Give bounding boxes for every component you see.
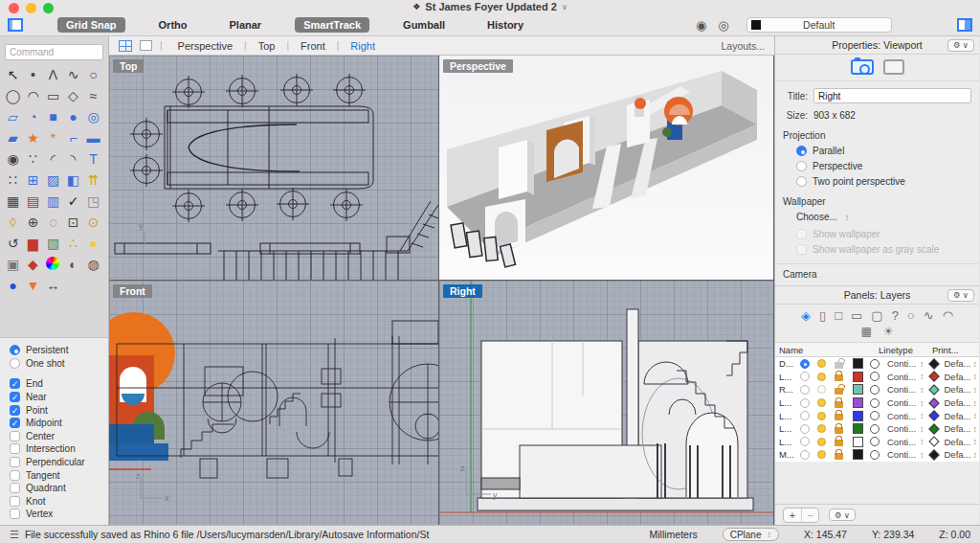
layer-print-width[interactable]: Defa... [945, 358, 973, 369]
checkbox-icon[interactable] [10, 457, 20, 467]
display-icon[interactable]: ▢ [871, 308, 882, 323]
current-layer-radio[interactable] [800, 359, 810, 369]
viewport-right[interactable]: zy Right [439, 281, 773, 525]
cplane-dropdown[interactable]: CPlane ↕ [723, 528, 779, 541]
current-layer-radio[interactable] [800, 437, 810, 446]
layer-print-color-icon[interactable] [928, 358, 939, 369]
layer-visibility-bulb-icon[interactable] [817, 373, 826, 381]
slab-icon[interactable]: ▬ [84, 128, 102, 147]
layer-material-icon[interactable] [870, 398, 880, 408]
layer-name[interactable]: L... [779, 411, 800, 421]
layer-color-swatch[interactable] [853, 372, 863, 382]
dimension-icon[interactable]: ↔ [44, 276, 62, 294]
target-icon[interactable]: ◉ [696, 18, 706, 33]
layer-row[interactable]: D...Conti...↕Defa...↕ [775, 357, 979, 371]
checkbox-icon[interactable] [10, 470, 20, 481]
layer-color-swatch[interactable] [853, 423, 863, 434]
panel-toggle-icon[interactable] [957, 18, 972, 32]
layer-name[interactable]: L... [779, 437, 800, 447]
layer-name[interactable]: L... [779, 372, 800, 382]
point-icon[interactable]: • [24, 65, 42, 83]
blue-sphere-icon[interactable]: ● [4, 276, 22, 294]
layer-color-swatch[interactable] [853, 449, 863, 460]
wallpaper-choose-dropdown[interactable]: Choose... ↕ [796, 212, 971, 222]
viewport-tab-front[interactable]: Front [301, 40, 325, 52]
layer-material-icon[interactable] [870, 437, 880, 446]
viewport-properties-tab-icon[interactable] [851, 59, 874, 75]
osnap-vertex[interactable]: Vertex [10, 508, 108, 521]
toolbar-button-history[interactable]: History [479, 17, 532, 33]
layer-lock-icon[interactable] [835, 374, 843, 381]
circle-icon[interactable]: ○ [84, 65, 102, 83]
viewport-tab-perspective[interactable]: Perspective [178, 40, 233, 52]
title-chevron-icon[interactable]: ∨ [562, 3, 568, 11]
layer-visibility-bulb-icon[interactable] [817, 385, 826, 394]
layer-color-swatch[interactable] [853, 397, 863, 408]
viewport-label-front[interactable]: Front [113, 284, 152, 298]
checkbox-icon[interactable] [10, 443, 20, 454]
radio-icon[interactable] [796, 146, 807, 156]
column-print[interactable]: Print... [932, 345, 974, 355]
fillet-curve-icon[interactable]: ◜ [44, 149, 62, 168]
light-icon[interactable]: ● [84, 234, 102, 252]
osnap-perpendicular[interactable]: Perpendicular [10, 456, 108, 469]
zoom-window-icon[interactable]: ◌ [44, 213, 62, 231]
paint-icon[interactable]: ▨ [44, 170, 62, 189]
check-icon[interactable]: ✓ [64, 192, 82, 210]
layer-color-swatch[interactable] [853, 358, 863, 369]
record-icon[interactable]: ◎ [718, 18, 728, 33]
display-mode-dropdown[interactable]: Default [746, 17, 892, 33]
render-grid-sphere-icon[interactable]: ◍ [84, 255, 102, 273]
sphere-icon[interactable]: ● [64, 107, 82, 125]
layer-print-width[interactable]: Defa... [945, 397, 973, 408]
checkbox-icon[interactable] [10, 496, 20, 507]
checkbox-icon[interactable] [10, 509, 20, 519]
blend-curve-icon[interactable]: ◝ [64, 149, 82, 168]
page-icon[interactable]: ▭ [851, 308, 862, 323]
osnap-quadrant[interactable]: Quadrant [10, 482, 108, 495]
layer-row[interactable]: R...Conti...↕Defa...↕ [775, 383, 979, 396]
layer-material-icon[interactable] [870, 385, 880, 395]
osnap-intersection[interactable]: Intersection [10, 442, 108, 456]
box-icon[interactable]: ■ [44, 107, 62, 125]
osnap-near[interactable]: Near [10, 391, 108, 404]
layer-material-icon[interactable] [870, 411, 880, 420]
viewport-front[interactable]: zx Front [109, 281, 438, 525]
checkbox-icon[interactable] [10, 405, 20, 416]
boolean-union-icon[interactable]: ◉ [4, 149, 22, 168]
pipe-icon[interactable]: ⌐ [64, 128, 82, 147]
sun-icon[interactable]: ☀ [883, 325, 894, 338]
layer-name[interactable]: R... [779, 384, 800, 395]
checker-icon[interactable]: ▦ [860, 325, 871, 338]
toolbar-button-ortho[interactable]: Ortho [150, 17, 196, 33]
viewport-pane-icon[interactable] [8, 18, 23, 32]
text-object-icon[interactable]: T [84, 149, 102, 168]
file-icon[interactable]: ▯ [819, 308, 826, 323]
layer-print-width[interactable]: Defa... [945, 384, 973, 395]
polygon-icon[interactable]: ◇ [64, 86, 82, 104]
layer-print-color-icon[interactable] [928, 437, 939, 447]
viewport-tab-right[interactable]: Right [350, 40, 375, 52]
layer-visibility-bulb-icon[interactable] [817, 398, 826, 407]
radio-icon[interactable] [10, 358, 20, 369]
freeform-curve-icon[interactable]: ≈ [84, 86, 102, 104]
radio-icon[interactable] [796, 161, 807, 171]
surface-plane-icon[interactable]: ▱ [4, 107, 22, 125]
layer-material-icon[interactable] [870, 372, 880, 381]
curved-surface-icon[interactable]: ◔ [24, 107, 42, 125]
toolbar-button-gumball[interactable]: Gumball [394, 17, 454, 33]
radio-icon[interactable] [796, 176, 807, 187]
current-layer-radio[interactable] [800, 411, 810, 420]
explode-star-icon[interactable]: ★ [24, 128, 42, 147]
current-layer-radio[interactable] [800, 398, 810, 408]
menu-icon[interactable]: ☰ [10, 529, 19, 541]
zoom-extents-icon[interactable]: ⊡ [64, 213, 82, 231]
orient-cube-icon[interactable]: ◧ [64, 170, 82, 189]
layer-material-icon[interactable] [870, 359, 880, 369]
viewport-label-right[interactable]: Right [443, 284, 482, 298]
viewport-title-input[interactable] [813, 88, 971, 103]
layer-visibility-bulb-icon[interactable] [817, 424, 826, 433]
checkbox-icon[interactable] [10, 418, 20, 428]
zoom-selected-icon[interactable]: ⊙ [84, 213, 102, 231]
osnap-mode-persistent[interactable]: Persistent [10, 344, 108, 357]
